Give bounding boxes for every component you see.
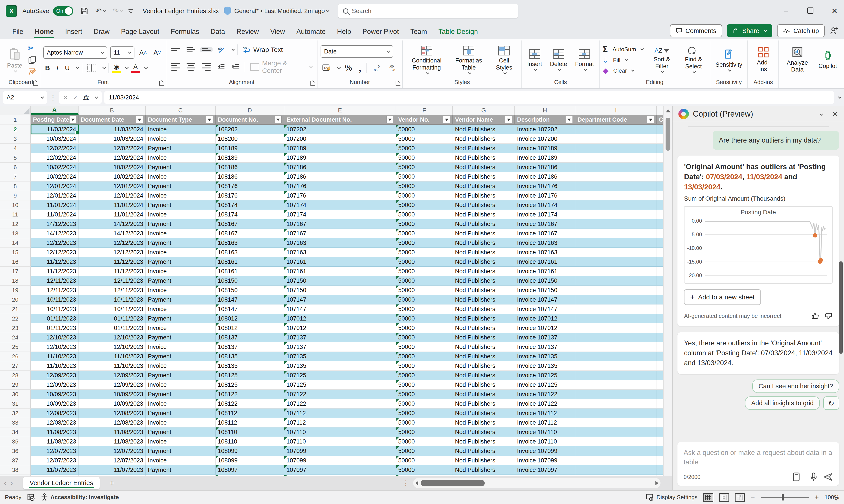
cell[interactable]: Nod Publishers (453, 380, 515, 390)
row-number[interactable]: 7 (0, 172, 31, 181)
bold-button[interactable]: B (43, 64, 52, 73)
namebox-kebab-icon[interactable]: ⋮ (50, 94, 56, 102)
cell[interactable] (657, 428, 663, 437)
cell[interactable] (657, 276, 663, 286)
cell[interactable] (657, 399, 663, 409)
cell[interactable] (657, 409, 663, 418)
row-number[interactable]: 2 (0, 125, 31, 134)
tab-power-pivot[interactable]: Power Pivot (357, 25, 405, 39)
cell[interactable]: 107202 (284, 125, 396, 134)
cell[interactable] (657, 437, 663, 446)
cell[interactable]: 50000 (396, 229, 453, 238)
cell[interactable] (657, 153, 663, 163)
filter-button[interactable] (387, 116, 393, 123)
align-middle-button[interactable] (185, 46, 197, 53)
font-color-button[interactable]: A (131, 64, 140, 73)
cell[interactable]: 50000 (396, 257, 453, 267)
copilot-input-box[interactable]: Ask a question or make a request about d… (678, 442, 839, 486)
zoom-slider[interactable] (760, 497, 809, 498)
cell[interactable]: 12/10/2023 (31, 333, 78, 342)
column-header-department-code[interactable]: Department Code (575, 115, 657, 125)
conditional-formatting-button[interactable]: Conditional Formatting (406, 46, 448, 74)
cell[interactable]: Nod Publishers (453, 248, 515, 257)
cell[interactable] (657, 465, 663, 475)
row-number[interactable]: 14 (0, 238, 31, 248)
person-check-icon[interactable] (829, 26, 839, 35)
filter-button[interactable] (136, 116, 143, 123)
cell[interactable]: 50000 (396, 125, 453, 134)
cell[interactable]: 10/09/2023 (31, 390, 78, 399)
cell[interactable]: Payment (146, 314, 216, 323)
catch-up-button[interactable]: Catch up (777, 24, 825, 37)
cell[interactable]: Payment (146, 181, 216, 191)
cell[interactable]: Invoice (146, 456, 216, 465)
column-letter-B[interactable]: B (78, 106, 146, 114)
cell[interactable]: Invoice 107110 (515, 437, 575, 446)
cell[interactable] (575, 257, 657, 267)
cell[interactable]: 108147 (216, 295, 284, 304)
cell[interactable] (657, 210, 663, 219)
row-number[interactable]: 26 (0, 352, 31, 361)
sheet-grid[interactable]: ABCDEFGHI1Posting DateDocument DateDocum… (0, 106, 663, 476)
chip-another-insight[interactable]: Can I see another insight? (752, 379, 839, 393)
cell[interactable] (657, 229, 663, 238)
row-number[interactable]: 3 (0, 134, 31, 144)
cell[interactable]: Invoice 107189 (515, 144, 575, 153)
cell[interactable]: 108163 (216, 238, 284, 248)
cell[interactable] (657, 286, 663, 295)
name-box[interactable]: A2 (3, 91, 47, 104)
scroll-left-arrow-icon[interactable] (415, 481, 418, 485)
cell[interactable]: 12/10/2023 (78, 333, 146, 342)
restore-button[interactable] (805, 7, 815, 15)
row-number[interactable]: 12 (0, 219, 31, 229)
cell[interactable]: Nod Publishers (453, 399, 515, 409)
cell[interactable]: Nod Publishers (453, 286, 515, 295)
undo-button[interactable]: ↶ (95, 6, 106, 15)
cell[interactable]: 10/11/2023 (78, 304, 146, 314)
cell[interactable]: 50000 (396, 428, 453, 437)
cell[interactable] (575, 446, 657, 456)
cell[interactable]: 12/11/2023 (31, 276, 78, 286)
cell[interactable]: 108147 (216, 304, 284, 314)
cell[interactable]: Invoice 107186 (515, 163, 575, 172)
cell[interactable]: 50000 (396, 446, 453, 456)
align-right-button[interactable] (200, 62, 213, 72)
cell[interactable]: 10/09/2023 (31, 399, 78, 409)
filter-button[interactable] (566, 116, 573, 123)
row-number[interactable]: 19 (0, 286, 31, 295)
column-letter-G[interactable]: G (453, 106, 515, 114)
document-title[interactable]: Vendor Ledger Entries.xlsx (143, 7, 219, 15)
cell[interactable]: Nod Publishers (453, 314, 515, 323)
outlier-chart[interactable]: Posting Date 0.00-5.00-10.00-15.00-20.00 (684, 206, 832, 284)
cell[interactable]: Invoice (146, 191, 216, 200)
cell[interactable]: Invoice (146, 399, 216, 409)
cell[interactable]: Nod Publishers (453, 418, 515, 428)
formula-input[interactable]: 11/03/2024 (104, 91, 834, 104)
cell[interactable]: 108135 (216, 352, 284, 361)
cell[interactable]: 50000 (396, 352, 453, 361)
cell[interactable]: 108110 (216, 437, 284, 446)
cell[interactable]: 11/03/2024 (78, 125, 146, 134)
cell[interactable]: 107122 (284, 390, 396, 399)
row-number[interactable]: 4 (0, 144, 31, 153)
cell[interactable]: Invoice 107110 (515, 428, 575, 437)
decrease-indent-button[interactable] (216, 62, 227, 71)
cell[interactable]: 14/12/2023 (78, 219, 146, 229)
cell[interactable] (575, 409, 657, 418)
row-number[interactable]: 27 (0, 361, 31, 371)
cell[interactable] (575, 219, 657, 229)
increase-decimal-button[interactable]: ←0.00 (370, 63, 383, 73)
decrease-font-size-button[interactable]: A˅ (152, 48, 163, 57)
chip-add-all-insights[interactable]: Add all insights to grid (745, 396, 820, 410)
cell[interactable]: 108097 (216, 465, 284, 475)
sort-filter-button[interactable]: AZ Sort & Filter (649, 47, 675, 72)
cell[interactable]: Invoice (146, 248, 216, 257)
send-button[interactable] (823, 472, 833, 482)
font-color-chevron[interactable] (144, 66, 148, 69)
cell[interactable]: Nod Publishers (453, 153, 515, 163)
cell[interactable]: 50000 (396, 238, 453, 248)
cell[interactable]: 14/12/2023 (78, 229, 146, 238)
cell[interactable]: 108150 (216, 286, 284, 295)
cell[interactable]: 108099 (216, 446, 284, 456)
fill-color-button[interactable]: ◉ (112, 64, 121, 73)
